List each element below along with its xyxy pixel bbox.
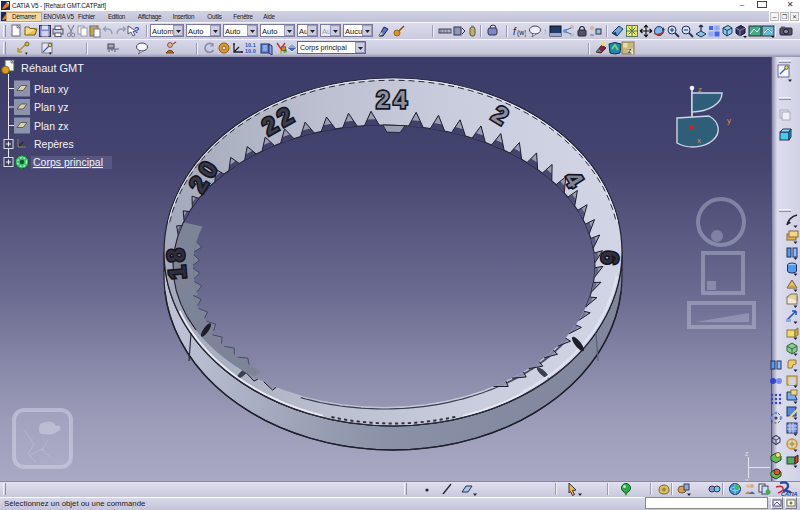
svg-text:Plan xy: Plan xy (34, 83, 69, 95)
svg-text:z: z (698, 85, 702, 94)
svg-text:y: y (727, 116, 731, 125)
svg-text:Repères: Repères (34, 138, 74, 150)
svg-text:?: ? (134, 25, 140, 35)
svg-text:z: z (745, 450, 749, 457)
svg-text:(w): (w) (517, 29, 526, 37)
svg-text:10.0: 10.0 (245, 48, 256, 54)
svg-text:6: 6 (596, 250, 624, 270)
svg-text:z: z (628, 47, 632, 54)
svg-text:18: 18 (161, 244, 191, 281)
svg-text:Plan yz: Plan yz (34, 101, 68, 113)
svg-text:Réhaut GMT: Réhaut GMT (21, 62, 84, 74)
svg-text:Corps principal: Corps principal (33, 156, 103, 168)
svg-text:x: x (697, 136, 701, 145)
svg-text:24: 24 (376, 86, 411, 113)
svg-text:Plan zx: Plan zx (34, 120, 69, 132)
